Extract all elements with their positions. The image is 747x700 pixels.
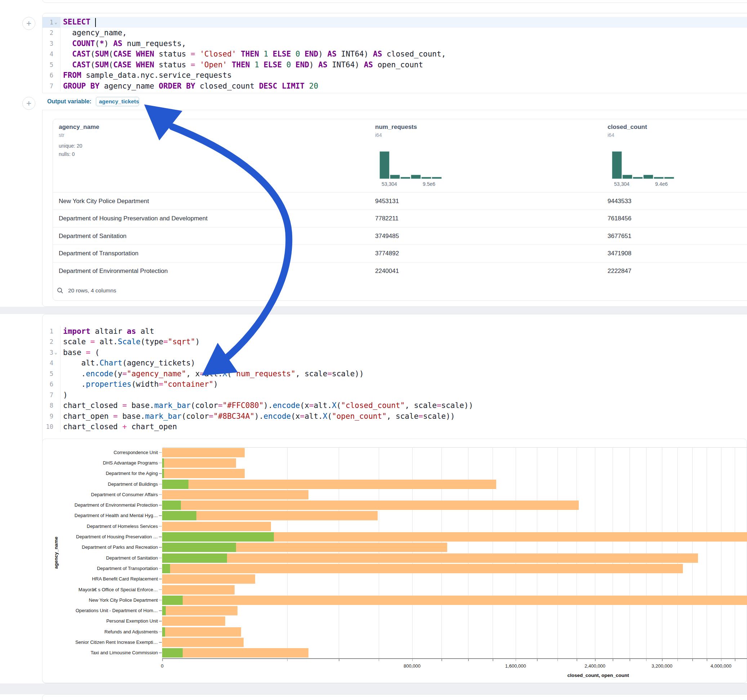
y-axis-label: Department of Health and Mental Hyg… xyxy=(42,513,158,518)
y-axis-label: Department for the Aging xyxy=(42,471,158,476)
x-axis-line xyxy=(162,658,747,659)
bar-closed-count xyxy=(162,554,698,563)
notebook-page: + + 1⌄SELECT 2 agency_name,3 COUNT(*) AS… xyxy=(0,0,747,700)
y-axis-tick xyxy=(159,473,162,474)
y-axis-label: Personal Exemption Unit xyxy=(42,618,158,624)
bar-closed-count xyxy=(162,501,579,510)
x-axis-tick-label: 800,000 xyxy=(404,663,420,669)
gridline xyxy=(576,447,577,658)
gridline xyxy=(662,447,662,658)
x-axis-tick xyxy=(339,659,339,661)
bar-open-count xyxy=(162,627,165,637)
gridline xyxy=(493,447,493,658)
y-axis-tick xyxy=(159,600,162,600)
gridline xyxy=(721,447,721,658)
y-axis-label: Department of Parks and Recreation xyxy=(42,545,158,550)
bar-closed-count xyxy=(162,564,683,573)
y-axis-tick xyxy=(159,590,162,590)
x-axis-tick xyxy=(692,659,693,661)
gridline xyxy=(442,447,442,658)
bar-open-count xyxy=(162,459,164,468)
bar-chart: Correspondence UnitDHS Advantage Program… xyxy=(0,0,747,700)
y-axis-label: Refunds and Adjustments xyxy=(42,629,158,634)
y-axis-label: DHS Advantage Programs xyxy=(42,460,158,466)
y-axis-tick xyxy=(159,515,162,516)
bar-open-count xyxy=(162,480,189,489)
x-axis-tick xyxy=(493,659,493,661)
gridline xyxy=(516,447,516,658)
y-axis-label: Operations Unit - Department of Hom… xyxy=(42,608,158,613)
bar-closed-count xyxy=(162,574,255,584)
bar-closed-count xyxy=(162,469,245,478)
y-axis-tick xyxy=(159,547,162,548)
gridline xyxy=(692,447,693,658)
gridline xyxy=(595,447,595,658)
x-axis-title: closed_count, open_count xyxy=(567,673,629,678)
y-axis-tick xyxy=(159,610,162,611)
y-axis-tick xyxy=(159,558,162,558)
bar-open-count xyxy=(162,469,164,478)
x-axis-tick xyxy=(677,659,678,661)
y-axis-tick xyxy=(159,621,162,622)
bar-closed-count xyxy=(162,459,236,468)
y-axis-label: Department of Consumer Affairs xyxy=(42,492,158,497)
gridline xyxy=(629,447,630,658)
x-axis-tick-label: 4,000,000 xyxy=(711,663,732,669)
x-axis-tick xyxy=(516,659,516,661)
x-axis-tick xyxy=(721,659,722,661)
y-axis-label: Department of Buildings xyxy=(42,481,158,487)
gridline xyxy=(646,447,646,658)
y-axis-title: agency_name xyxy=(53,537,59,569)
y-axis-label: Department of Housing Preservation … xyxy=(42,534,158,539)
gridline xyxy=(339,447,339,658)
bar-closed-count xyxy=(162,585,234,594)
gridline xyxy=(379,447,379,658)
bar-closed-count xyxy=(162,627,241,637)
y-axis-label: Senior Citizen Rent Increase Exempti… xyxy=(42,640,158,645)
gridline xyxy=(612,447,613,658)
y-axis-label: HRA Benefit Card Replacement xyxy=(42,576,158,582)
x-axis-tick xyxy=(735,659,735,661)
y-axis-tick xyxy=(159,505,162,505)
y-axis-tick xyxy=(159,632,162,632)
gridline xyxy=(412,447,413,658)
plot-top-border xyxy=(162,447,747,448)
y-axis-tick xyxy=(159,494,162,495)
y-axis-tick xyxy=(159,537,162,537)
bar-open-count xyxy=(162,511,197,520)
bar-open-count xyxy=(162,564,170,573)
gridline xyxy=(558,447,558,658)
gridline xyxy=(735,447,735,658)
x-axis-tick xyxy=(612,659,613,661)
bar-open-count xyxy=(162,606,166,616)
bar-closed-count xyxy=(162,490,308,499)
x-axis-tick xyxy=(287,659,288,661)
y-axis-tick xyxy=(159,579,162,579)
bar-closed-count xyxy=(162,480,496,489)
y-axis-label: Taxi and Limousine Commission xyxy=(42,650,158,655)
bar-closed-count xyxy=(162,638,243,647)
gridline xyxy=(537,447,537,658)
bar-open-count xyxy=(162,648,183,658)
y-axis-label: New York City Police Department xyxy=(42,597,158,603)
x-axis-tick-label: 1,600,000 xyxy=(505,663,526,669)
x-axis-tick xyxy=(558,659,558,661)
bar-open-count xyxy=(162,532,274,542)
x-axis-tick xyxy=(537,659,538,661)
x-axis-tick xyxy=(662,659,663,661)
bar-closed-count xyxy=(162,522,271,531)
y-axis-label: Correspondence Unit xyxy=(42,450,158,455)
bar-closed-count xyxy=(162,617,225,626)
bar-closed-count xyxy=(162,648,308,658)
gridline xyxy=(468,447,469,658)
y-axis-tick xyxy=(159,484,162,485)
x-axis-tick xyxy=(629,659,630,661)
x-axis-tick xyxy=(576,659,577,661)
x-axis-tick xyxy=(595,659,596,661)
x-axis-tick xyxy=(707,659,708,661)
gridline xyxy=(287,447,287,658)
x-axis-tick-label: 0 xyxy=(161,663,163,669)
bar-open-count xyxy=(162,596,183,605)
y-axis-tick xyxy=(159,463,162,463)
bar-open-count xyxy=(162,501,181,510)
